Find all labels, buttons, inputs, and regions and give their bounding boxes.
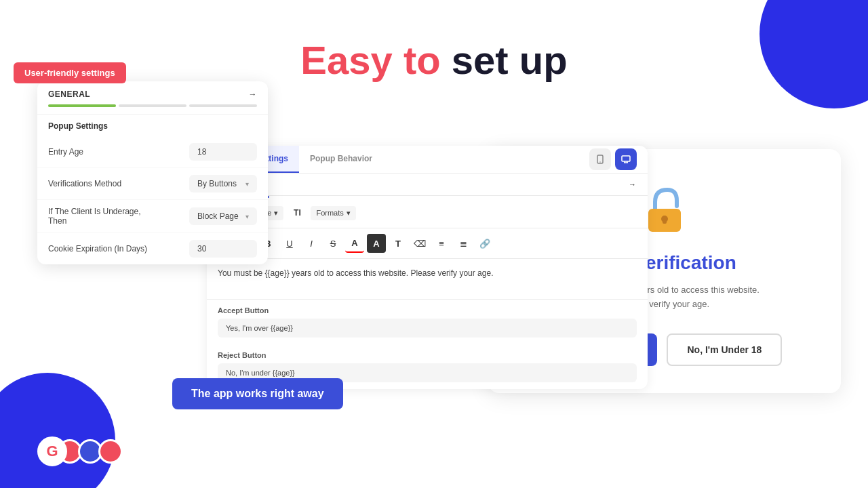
format-ti-btn[interactable]: TI xyxy=(288,203,307,222)
user-friendly-badge: User-friendly settings xyxy=(14,62,126,83)
settings-section-title: Popup Settings xyxy=(37,114,268,136)
mobile-device-btn[interactable] xyxy=(589,148,611,170)
content-arrow-icon[interactable]: → xyxy=(629,180,637,188)
entry-age-label: Entry Age xyxy=(48,147,83,157)
desktop-device-btn[interactable] xyxy=(615,148,637,170)
logo-circle-red2 xyxy=(98,439,123,464)
underage-value[interactable]: Block Page ▾ xyxy=(189,207,257,225)
strikethrough-btn[interactable]: S xyxy=(323,234,342,253)
align-left-btn[interactable]: ≡ xyxy=(432,234,451,253)
formats-chevron-icon: ▾ xyxy=(347,209,351,218)
editor-section-header: CONTENT → xyxy=(207,174,648,196)
cookie-value[interactable]: 30 xyxy=(189,240,257,258)
text-format-btn[interactable]: T xyxy=(389,234,408,253)
settings-row-cookie: Cookie Expiration (In Days) 30 xyxy=(37,232,268,264)
reject-button-label: Reject Button xyxy=(218,351,637,359)
settings-row-entry-age: Entry Age 18 xyxy=(37,136,268,167)
entry-age-value[interactable]: 18 xyxy=(189,143,257,161)
chevron-icon: ▾ xyxy=(245,180,249,188)
device-buttons xyxy=(589,148,637,170)
progress-bar xyxy=(37,104,268,114)
settings-row-underage: If The Client Is Underage, Then Block Pa… xyxy=(37,199,268,232)
decorative-circle-bl xyxy=(0,373,115,488)
editor-tabs: Popup Settings Popup Behavior xyxy=(207,146,648,174)
svg-point-1 xyxy=(599,161,600,162)
verification-label: Verifications Method xyxy=(48,179,121,188)
accept-button-label: Accept Button xyxy=(218,306,637,314)
formats-select[interactable]: Formats ▾ xyxy=(311,206,355,220)
progress-seg-3 xyxy=(189,104,257,107)
editor-text-area[interactable]: You must be {{age}} years old to access … xyxy=(207,259,648,300)
svg-rect-5 xyxy=(663,219,667,224)
cookie-label: Cookie Expiration (In Days) xyxy=(48,244,147,253)
size-chevron-icon: ▾ xyxy=(274,209,278,218)
underline-btn[interactable]: U xyxy=(280,234,299,253)
title-set-up: set up xyxy=(452,38,568,82)
settings-card: GENERAL → Popup Settings Entry Age 18 Ve… xyxy=(37,81,268,264)
app-works-badge: The app works right away xyxy=(172,378,343,409)
font-color-btn[interactable]: A xyxy=(345,234,364,253)
settings-header: GENERAL → xyxy=(37,81,268,104)
italic-btn[interactable]: I xyxy=(302,234,321,253)
logo-circles xyxy=(62,439,123,464)
chevron-icon-2: ▾ xyxy=(245,213,249,220)
accept-button-section: Accept Button Yes, I'm over {{age}} xyxy=(207,300,648,344)
svg-rect-2 xyxy=(622,156,630,161)
logo-area: G xyxy=(37,436,123,466)
accept-button-input[interactable]: Yes, I'm over {{age}} xyxy=(218,319,637,338)
logo-g-letter: G xyxy=(37,436,67,466)
settings-row-verification: Verifications Method By Buttons ▾ xyxy=(37,167,268,199)
bg-color-btn[interactable]: A xyxy=(367,234,386,253)
list-btn[interactable]: ≣ xyxy=(454,234,473,253)
page-title: Easy to set up xyxy=(0,37,868,83)
no-button[interactable]: No, I'm Under 18 xyxy=(667,333,782,366)
toolbar-row-2: ¶ “ B U I S A A T ⌫ ≡ ≣ 🔗 xyxy=(207,228,648,259)
tab-popup-behavior[interactable]: Popup Behavior xyxy=(299,146,383,173)
progress-seg-1 xyxy=(48,104,116,107)
settings-arrow-icon[interactable]: → xyxy=(249,89,258,99)
title-easy: Easy to xyxy=(300,38,440,82)
verification-value[interactable]: By Buttons ▾ xyxy=(189,175,257,192)
settings-general-label: GENERAL xyxy=(48,89,90,99)
editor-card: Popup Settings Popup Behavior CONTENT → … xyxy=(207,146,648,389)
underage-label: If The Client Is Underage, Then xyxy=(48,207,150,226)
progress-seg-2 xyxy=(119,104,186,107)
toolbar-row-1: Font ▾ Size ▾ TI Formats ▾ xyxy=(207,198,648,228)
eraser-btn[interactable]: ⌫ xyxy=(410,234,429,253)
link-btn[interactable]: 🔗 xyxy=(475,234,494,253)
